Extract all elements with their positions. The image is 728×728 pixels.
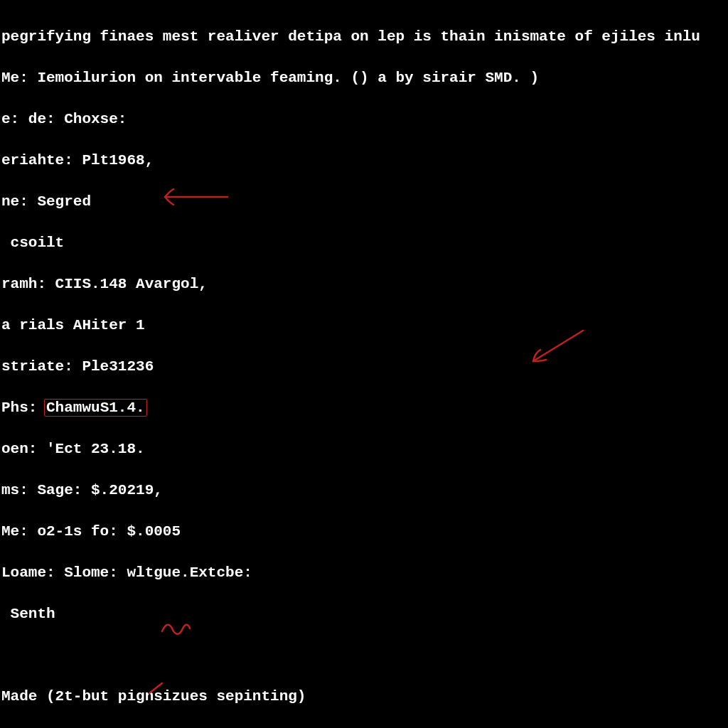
terminal-line: ms: Sage: $.20219,	[0, 480, 728, 500]
terminal-line: ne: Segred	[0, 191, 728, 212]
terminal-line: ramh: CIIS.148 Avargol,	[0, 274, 728, 294]
terminal-line: oen: 'Ect 23.18.	[0, 439, 728, 459]
terminal-blank-line	[0, 645, 728, 665]
terminal-line: Me: Iemoilurion on intervable feaming. (…	[0, 68, 728, 88]
terminal-line: pegrifying finaes mest realiver detipa o…	[0, 26, 728, 47]
highlighted-value: ChamwuS1.4.	[44, 399, 147, 417]
terminal-line: a rials AHiter 1	[0, 315, 728, 336]
terminal-line: e: de: Choxse:	[0, 109, 728, 129]
terminal-output: pegrifying finaes mest realiver detipa o…	[0, 0, 728, 728]
terminal-line: eriahte: Plt1968,	[0, 150, 728, 171]
terminal-line: Me: o2-1s fo: $.0005	[0, 521, 728, 542]
terminal-line: Phs: ChamwuS1.4.	[0, 397, 728, 418]
line-prefix: Phs:	[1, 400, 46, 416]
terminal-line: Loame: Slome: wltgue.Extcbe:	[0, 562, 728, 583]
terminal-line: Senth	[0, 604, 728, 624]
terminal-line: csoilt	[0, 232, 728, 253]
terminal-line: Made (2t-but pignsizues sepinting)	[0, 686, 728, 707]
terminal-line: striate: Ple31236	[0, 356, 728, 377]
